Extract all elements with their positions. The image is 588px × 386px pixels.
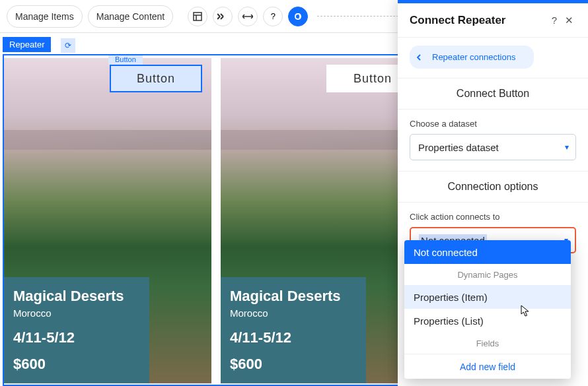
card-location: Morocco [230, 307, 357, 319]
repeater-row-2: Button Button [4, 374, 428, 386]
back-link[interactable]: Repeater connections [410, 46, 534, 69]
manage-content-button[interactable]: Manage Content [88, 5, 174, 28]
back-link-label: Repeater connections [425, 49, 525, 65]
chevron-left-icon [416, 54, 422, 61]
dropdown-group-fields: Fields [404, 333, 571, 354]
section-connect-button: Connect Button [398, 78, 588, 110]
layout-icon[interactable] [188, 7, 207, 26]
dataset-label: Choose a dataset [410, 119, 576, 129]
chevron-down-icon: ▾ [565, 143, 569, 152]
repeater-tag[interactable]: Repeater [3, 37, 51, 52]
dataset-select[interactable]: Properties dataset ▾ [410, 134, 576, 160]
card-dates: 4/11-5/12 [230, 329, 357, 346]
repeater-item[interactable]: Button [4, 383, 211, 386]
click-action-label: Click action connects to [410, 212, 576, 222]
card-title: Magical Deserts [230, 288, 357, 305]
panel-help-icon[interactable]: ? [547, 15, 562, 26]
dataset-value: Properties dataset [418, 142, 499, 153]
manage-items-button[interactable]: Manage Items [7, 5, 83, 28]
close-icon[interactable]: ✕ [562, 15, 576, 26]
panel-header: Connect Repeater ? ✕ [398, 3, 588, 38]
stretch-icon[interactable] [238, 7, 258, 26]
click-action-dropdown: Not connected Dynamic Pages Properties (… [404, 240, 571, 379]
dropdown-group-dynamic-pages: Dynamic Pages [404, 264, 571, 285]
button-tag[interactable]: Button [108, 54, 143, 65]
card-button-selected[interactable]: Button [110, 65, 202, 92]
svg-rect-0 [194, 13, 202, 20]
card-price: $600 [230, 356, 357, 373]
repeater-data-icon[interactable]: ⟳ [61, 38, 75, 53]
card-info: Magical Deserts Morocco 4/11-5/12 $600 [4, 277, 149, 385]
dropdown-option-not-connected[interactable]: Not connected [404, 240, 571, 264]
add-new-field-link[interactable]: Add new field [404, 354, 571, 379]
repeater-item[interactable]: Button Magical Deserts Morocco 4/11-5/12… [221, 58, 428, 385]
panel-title: Connect Repeater [410, 14, 547, 27]
card-title: Magical Deserts [13, 288, 140, 305]
dropdown-option-properties-item[interactable]: Properties (Item) [404, 285, 571, 309]
card-info: Magical Deserts Morocco 4/11-5/12 $600 [221, 277, 366, 385]
dropdown-option-properties-list[interactable]: Properties (List) [404, 309, 571, 333]
card-location: Morocco [13, 307, 140, 319]
connect-data-icon[interactable] [288, 7, 308, 26]
dataset-field: Choose a dataset Properties dataset ▾ [398, 110, 588, 171]
repeater-item[interactable]: Button Magical Deserts Morocco 4/11-5/12… [4, 58, 211, 385]
card-dates: 4/11-5/12 [13, 329, 140, 346]
section-connection-options: Connection options [398, 171, 588, 203]
card-price: $600 [13, 356, 140, 373]
panel-back-row: Repeater connections [398, 38, 588, 78]
repeater-item[interactable]: Button [221, 383, 428, 386]
animation-icon[interactable] [213, 7, 233, 26]
help-icon[interactable]: ? [263, 7, 283, 26]
